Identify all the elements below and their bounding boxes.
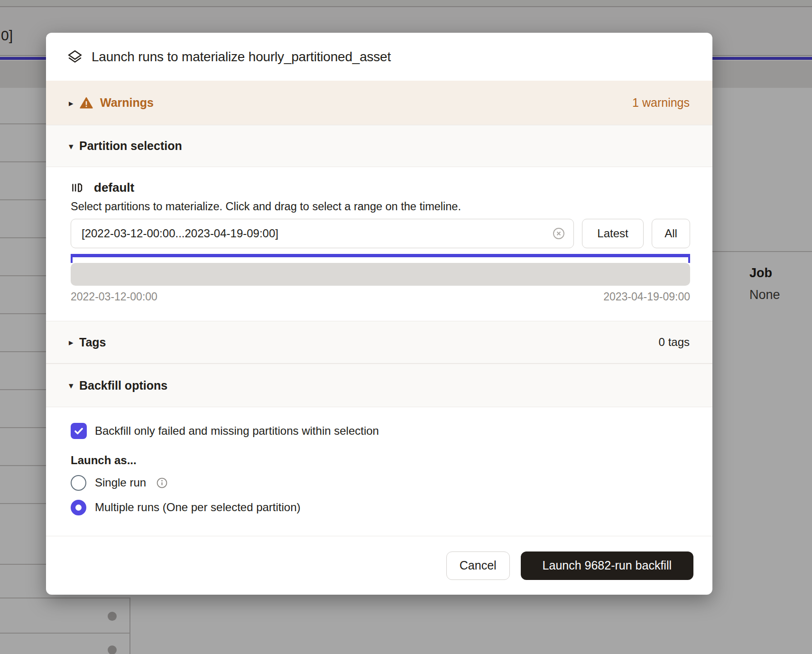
screen: 0] Job None [0, 0, 812, 654]
selection-start-tick [71, 254, 73, 263]
warning-triangle-icon [79, 96, 93, 110]
backfill-only-failed-checkbox[interactable]: Backfill only failed and missing partiti… [71, 422, 690, 439]
launch-backfill-button[interactable]: Launch 9682-run backfill [521, 551, 693, 580]
all-button[interactable]: All [652, 219, 690, 248]
tags-label: Tags [79, 336, 106, 349]
chevron-down-icon: ▾ [69, 380, 79, 391]
warnings-count: 1 warnings [632, 96, 690, 110]
dialog-header: Launch runs to materialize hourly_partit… [46, 33, 712, 81]
tags-section-toggle[interactable]: ▸ Tags 0 tags [46, 321, 712, 364]
partition-dimension-name: default [94, 180, 134, 195]
checkbox-checked-icon [71, 423, 87, 439]
clear-input-icon[interactable] [552, 226, 566, 241]
timeline-end-label: 2023-04-19-09:00 [603, 290, 690, 303]
partition-range-value: [2022-03-12-00:00...2023-04-19-09:00] [82, 227, 552, 240]
partition-selection-toggle[interactable]: ▾ Partition selection [46, 125, 712, 167]
checkbox-label: Backfill only failed and missing partiti… [95, 424, 379, 438]
multiple-runs-radio[interactable]: Multiple runs (One per selected partitio… [71, 499, 690, 515]
single-run-radio[interactable]: Single run [71, 475, 690, 491]
single-run-label: Single run [95, 476, 146, 489]
info-icon[interactable] [156, 476, 168, 489]
selection-end-tick [688, 254, 690, 263]
partition-selection-content: default Select partitions to materialize… [46, 167, 712, 321]
asset-layers-icon [67, 49, 83, 65]
dialog-footer: Cancel Launch 9682-run backfill [46, 536, 712, 595]
latest-button[interactable]: Latest [582, 219, 644, 248]
warnings-label: Warnings [100, 96, 154, 110]
multiple-runs-label: Multiple runs (One per selected partitio… [95, 501, 301, 514]
partition-range-input[interactable]: [2022-03-12-00:00...2023-04-19-09:00] [71, 219, 574, 248]
warnings-section-toggle[interactable]: ▸ Warnings 1 warnings [46, 81, 712, 125]
selection-range-bar[interactable] [71, 254, 690, 257]
chevron-right-icon: ▸ [69, 337, 79, 347]
partition-help-text: Select partitions to materialize. Click … [71, 200, 690, 215]
chevron-down-icon: ▾ [69, 141, 79, 151]
dialog-title: Launch runs to materialize hourly_partit… [92, 49, 391, 65]
partition-timeline[interactable] [71, 263, 690, 286]
partition-input-row: [2022-03-12-00:00...2023-04-19-09:00] La… [71, 219, 690, 248]
partition-set-icon [71, 181, 83, 194]
backfill-options-content: Backfill only failed and missing partiti… [46, 407, 712, 536]
cancel-button[interactable]: Cancel [446, 551, 510, 580]
backfill-options-label: Backfill options [79, 379, 167, 392]
launch-backfill-dialog: Launch runs to materialize hourly_partit… [46, 33, 712, 595]
partition-selection-label: Partition selection [79, 139, 182, 153]
chevron-right-icon: ▸ [69, 98, 79, 108]
partition-dimension-row: default [71, 179, 690, 196]
radio-selected-icon [71, 500, 86, 515]
radio-unselected-icon [71, 475, 86, 491]
backfill-options-toggle[interactable]: ▾ Backfill options [46, 364, 712, 407]
timeline-start-label: 2022-03-12-00:00 [71, 290, 157, 303]
timeline-date-labels: 2022-03-12-00:00 2023-04-19-09:00 [71, 290, 690, 303]
tags-count: 0 tags [659, 336, 690, 349]
launch-as-label: Launch as... [71, 454, 690, 467]
